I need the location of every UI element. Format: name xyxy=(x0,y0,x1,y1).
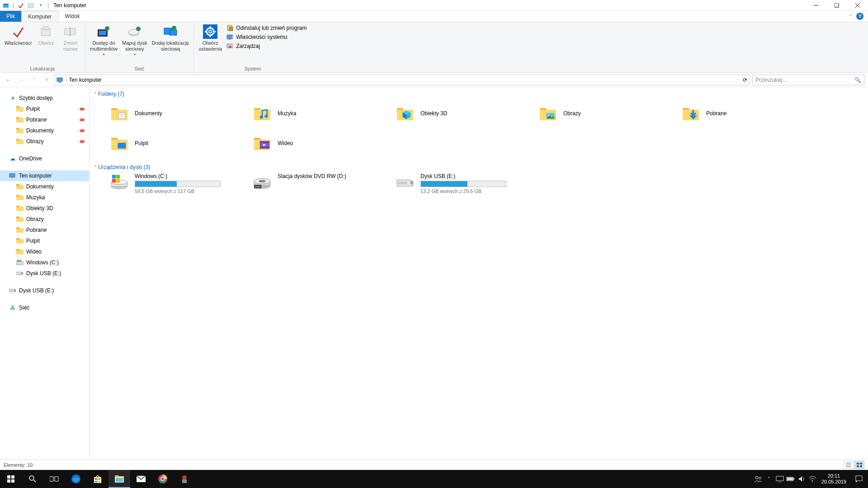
drive-name: Dysk USB (E:) xyxy=(420,173,511,179)
add-location-button[interactable]: Dodaj lokalizację sieciową xyxy=(150,23,191,53)
battery-icon[interactable] xyxy=(785,470,796,488)
nav-recent-dropdown[interactable]: ˅ xyxy=(29,75,39,85)
folder-item[interactable]: Dokumenty xyxy=(109,100,250,127)
svg-point-124 xyxy=(755,476,758,479)
task-view-button[interactable] xyxy=(43,470,65,488)
minimize-button[interactable] xyxy=(806,0,826,11)
start-button[interactable] xyxy=(0,470,22,488)
store-button[interactable] xyxy=(87,470,108,488)
breadcrumb-item[interactable]: Ten komputer xyxy=(69,77,102,83)
tree-usb[interactable]: Dysk USB (E:) xyxy=(0,285,89,296)
tab-view[interactable]: Widok xyxy=(58,11,86,22)
close-button[interactable] xyxy=(847,0,868,11)
tray-overflow-icon[interactable]: ˄ xyxy=(764,470,774,488)
open-settings-button[interactable]: Otwórz ustawienia xyxy=(197,23,224,53)
svg-rect-61 xyxy=(17,260,19,262)
edge-button[interactable] xyxy=(65,470,87,488)
properties-button[interactable]: Właściwości xyxy=(3,23,33,47)
folder-item[interactable]: Pulpit xyxy=(109,130,250,157)
tree-item[interactable]: Dysk USB (E:) xyxy=(0,268,89,279)
svg-rect-113 xyxy=(98,481,100,483)
svg-rect-84 xyxy=(116,179,120,183)
folder-icon xyxy=(681,104,701,122)
group-header-folders[interactable]: ˅Foldery (7) xyxy=(92,90,868,100)
search-input[interactable]: Przeszukaj:... 🔍 xyxy=(752,75,864,85)
cloud-icon: ☁ xyxy=(9,155,16,162)
media-access-button[interactable]: Dostęp do multimediów▼ xyxy=(88,23,119,57)
icons-view-button[interactable] xyxy=(854,461,864,469)
mail-button[interactable] xyxy=(130,470,152,488)
search-button[interactable] xyxy=(22,470,43,488)
chrome-button[interactable] xyxy=(152,470,174,488)
tree-quick-access[interactable]: ★Szybki dostęp xyxy=(0,93,89,103)
nav-forward-button[interactable]: → xyxy=(16,75,26,85)
tree-this-pc[interactable]: Ten komputer xyxy=(0,170,89,181)
group-header-drives[interactable]: ˅Urządzenia i dyski (3) xyxy=(92,163,868,173)
address-bar[interactable]: › Ten komputer ˅ ⟳ xyxy=(54,75,750,85)
folder-item[interactable]: Obiekty 3D xyxy=(395,100,535,127)
tree-item[interactable]: Windows (C:) xyxy=(0,257,89,268)
folder-item[interactable]: Pobrane xyxy=(681,100,821,127)
nav-back-button[interactable]: ← xyxy=(4,75,14,85)
tree-onedrive[interactable]: ☁OneDrive xyxy=(0,153,89,164)
tree-item[interactable]: Muzyka xyxy=(0,192,89,203)
folder-item[interactable]: Muzyka xyxy=(252,100,392,127)
tree-item[interactable]: Pulpit📌 xyxy=(0,103,89,114)
tree-item[interactable]: Obiekty 3D xyxy=(0,203,89,214)
system-properties-button[interactable]: Właściwości systemu xyxy=(226,33,307,41)
svg-rect-76 xyxy=(260,141,269,143)
chevron-right-icon[interactable]: › xyxy=(66,77,67,82)
address-dropdown-icon[interactable]: ˅ xyxy=(737,78,739,82)
action-center-button[interactable] xyxy=(850,470,868,488)
manage-button[interactable]: Zarządzaj xyxy=(226,42,307,50)
uninstall-button[interactable]: Odinstaluj lub zmień program xyxy=(226,24,307,32)
tab-file[interactable]: Plik xyxy=(0,11,21,22)
ribbon-group-network: Dostęp do multimediów▼ Mapuj dysk siecio… xyxy=(85,22,194,72)
explorer-button[interactable] xyxy=(108,470,130,488)
tree-network[interactable]: 🖧Sieć xyxy=(0,302,89,313)
wifi-icon[interactable] xyxy=(807,470,818,488)
search-icon: 🔍 xyxy=(854,77,861,83)
svg-rect-19 xyxy=(170,30,177,35)
svg-point-17 xyxy=(136,27,141,31)
map-drive-button[interactable]: Mapuj dysk sieciowy▼ xyxy=(120,23,149,57)
tree-item[interactable]: Dokumenty xyxy=(0,181,89,192)
qat-dropdown-icon[interactable]: ▼ xyxy=(37,1,45,9)
properties-qat-icon[interactable] xyxy=(17,1,25,9)
open-button[interactable]: Otwórz xyxy=(34,23,58,47)
nav-up-button[interactable]: ↑ xyxy=(42,75,52,85)
tab-computer[interactable]: Komputer xyxy=(21,11,58,22)
tree-item[interactable]: Pobrane📌 xyxy=(0,114,89,125)
navbar: ← → ˅ ↑ › Ten komputer ˅ ⟳ Przeszukaj:..… xyxy=(0,73,868,87)
drive-item[interactable]: Windows (C:)59,5 GB wolnych z 117 GB xyxy=(109,173,250,194)
folder-item[interactable]: Obrazy xyxy=(538,100,678,127)
volume-icon[interactable] xyxy=(796,470,807,488)
drive-item[interactable]: DVDStacja dysków DVD RW (D:) xyxy=(252,173,392,194)
rename-button[interactable]: Zmień nazwę xyxy=(59,23,82,53)
tree-item[interactable]: Obrazy📌 xyxy=(0,136,89,147)
item-icon xyxy=(16,226,24,234)
tree-item[interactable]: Pobrane xyxy=(0,225,89,235)
tree-item[interactable]: Wideo xyxy=(0,246,89,257)
people-icon[interactable] xyxy=(753,470,764,488)
drive-name: Windows (C:) xyxy=(135,173,225,179)
drive-item[interactable]: Dysk USB (E:)13,2 GB wolnych z 29,5 GB xyxy=(395,173,535,194)
help-icon[interactable]: ? xyxy=(856,13,863,20)
refresh-button[interactable]: ⟳ xyxy=(743,77,747,83)
maximize-button[interactable] xyxy=(826,0,847,11)
tree-item[interactable]: Pulpit xyxy=(0,235,89,246)
ribbon-collapse-icon[interactable]: ˄ xyxy=(849,14,852,19)
app-button[interactable] xyxy=(174,470,195,488)
folder-item[interactable]: Wideo xyxy=(252,130,392,157)
nav-tree: ★Szybki dostęp Pulpit📌Pobrane📌Dokumenty📌… xyxy=(0,87,90,470)
new-folder-qat-icon[interactable] xyxy=(27,1,35,9)
separator: | xyxy=(47,2,49,9)
svg-point-88 xyxy=(259,180,266,183)
drive-free-text: 59,5 GB wolnych z 117 GB xyxy=(135,188,225,194)
taskbar-clock[interactable]: 20:11 20.05.2019 xyxy=(818,470,850,488)
details-view-button[interactable] xyxy=(844,461,854,469)
folder-icon xyxy=(109,134,129,152)
tree-item[interactable]: Obrazy xyxy=(0,214,89,225)
tree-item[interactable]: Dokumenty📌 xyxy=(0,125,89,136)
input-indicator-icon[interactable] xyxy=(774,470,785,488)
